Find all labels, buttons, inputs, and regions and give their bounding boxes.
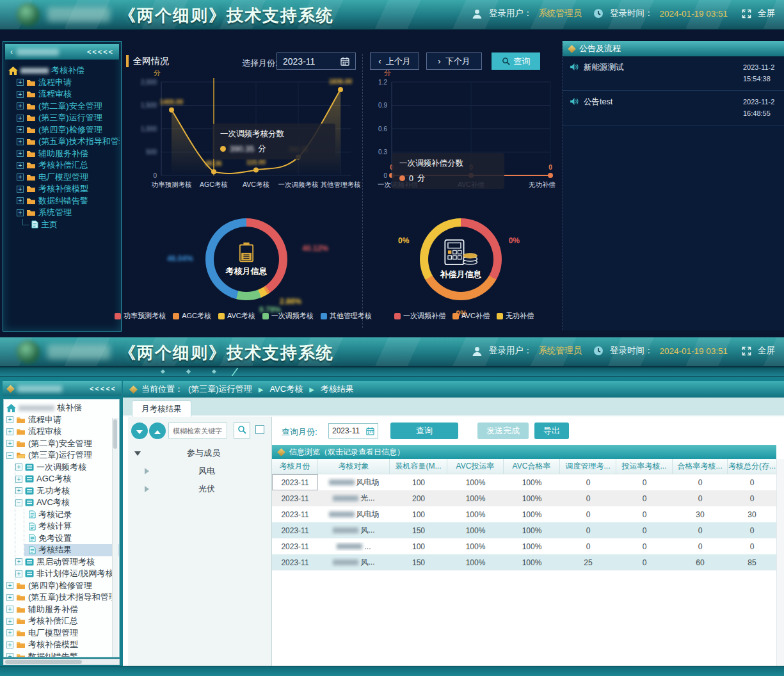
column-header[interactable]: 装机容量(M...	[390, 459, 447, 474]
table-row[interactable]: 2023-11风电场100100%100%0000	[272, 474, 776, 490]
next-month-button[interactable]: › 下个月	[426, 52, 482, 70]
member-tree-root[interactable]: 参与成员	[134, 447, 220, 459]
expand-toggle-icon[interactable]: −	[15, 499, 22, 506]
expand-toggle-icon[interactable]: +	[17, 150, 24, 157]
sidebar-item[interactable]: +非计划停运/脱网考核	[15, 568, 119, 580]
sidebar-item[interactable]: +(第四章)检修管理	[6, 580, 119, 592]
expand-toggle-icon[interactable]: +	[6, 416, 13, 423]
select-checkbox[interactable]	[255, 425, 264, 434]
fullscreen-button[interactable]: 全屏	[758, 345, 775, 357]
sidebar-item[interactable]: 考核结果	[24, 544, 119, 556]
expand-toggle-icon[interactable]: +	[15, 463, 22, 471]
sidebar-item[interactable]: +流程申请	[8, 77, 120, 89]
sidebar-item[interactable]: +考核补偿模型	[6, 639, 119, 651]
breadcrumb-item[interactable]: 考核结果	[321, 383, 354, 395]
sidebar-root-item[interactable]: 考核补偿	[8, 65, 120, 77]
member-tree-item-wind[interactable]: 风电	[143, 465, 215, 477]
sidebar-item[interactable]: +(第五章)技术指导和管理	[6, 592, 119, 604]
collapse-arrows[interactable]: <<<<<	[90, 385, 116, 392]
sidebar-item[interactable]: +(第三章)运行管理	[8, 112, 120, 124]
sidebar-item[interactable]: −AVC考核	[15, 497, 119, 509]
member-item-label[interactable]: 风电	[198, 465, 215, 477]
sidebar-item[interactable]: +(第五章)技术指导和管理	[8, 136, 120, 148]
search-button[interactable]	[234, 422, 250, 439]
sidebar-item[interactable]: +流程审核	[6, 426, 119, 438]
sidebar-item[interactable]: +AGC考核	[15, 473, 119, 485]
fuzzy-search-input[interactable]	[168, 422, 227, 439]
column-header[interactable]: 考核月份	[272, 459, 318, 474]
expand-toggle-icon[interactable]: +	[6, 440, 13, 447]
sidebar-item[interactable]: +系统管理	[8, 207, 120, 219]
expand-toggle-icon[interactable]: +	[17, 209, 24, 216]
query-button[interactable]: 查询	[390, 422, 458, 439]
column-header[interactable]: 投运率考核...	[616, 459, 673, 474]
sidebar-item[interactable]: +辅助服务补偿	[6, 604, 119, 616]
member-root-label[interactable]: 参与成员	[187, 447, 220, 459]
table-row[interactable]: 2023-11...100100%100%0000	[272, 538, 776, 554]
sidebar-item[interactable]: +电厂模型管理	[8, 172, 120, 184]
expand-toggle-icon[interactable]: +	[17, 186, 24, 193]
fullscreen-button[interactable]: 全屏	[758, 8, 775, 19]
sidebar-header[interactable]: <<<<<	[3, 381, 122, 396]
triangle-right-icon[interactable]	[145, 468, 152, 474]
expand-toggle-icon[interactable]: +	[17, 162, 24, 169]
sidebar-item[interactable]: +电厂模型管理	[6, 627, 119, 640]
expand-toggle-icon[interactable]: +	[17, 138, 24, 145]
sidebar-item[interactable]: +考核补偿汇总	[8, 159, 120, 172]
triangle-down-icon[interactable]	[134, 451, 141, 459]
collapse-arrows[interactable]: <<<<<	[87, 48, 114, 56]
breadcrumb-item[interactable]: (第三章)运行管理	[188, 383, 252, 395]
column-header[interactable]: 考核对象	[318, 459, 390, 474]
expand-toggle-icon[interactable]: +	[6, 641, 13, 648]
expand-toggle-icon[interactable]: +	[17, 115, 24, 122]
sidebar-item[interactable]: 免考设置	[24, 533, 119, 545]
sidebar-header[interactable]: ‹ <<<<<	[5, 44, 119, 60]
vertical-scrollbar[interactable]	[112, 418, 118, 657]
sidebar-item[interactable]: +黑启动管理考核	[15, 556, 119, 568]
column-header[interactable]: 合格率考核...	[673, 459, 728, 474]
legend-item[interactable]: 一次调频补偿	[394, 311, 445, 321]
triangle-right-icon[interactable]	[145, 486, 152, 492]
horizontal-scrollbar[interactable]	[3, 659, 120, 665]
sidebar-item[interactable]: +考核补偿汇总	[6, 615, 119, 627]
sidebar-item[interactable]: 考核记录	[24, 509, 119, 521]
fullscreen-icon[interactable]	[742, 9, 751, 19]
expand-toggle-icon[interactable]: +	[15, 570, 22, 577]
column-header[interactable]: 考核总分(存...	[728, 459, 776, 474]
sidebar-item[interactable]: 考核计算	[24, 520, 119, 533]
expand-toggle-icon[interactable]: +	[6, 606, 13, 613]
query-button[interactable]: 查询	[492, 52, 540, 70]
sidebar-item[interactable]: +辅助服务补偿	[8, 148, 120, 160]
sidebar-item[interactable]: +考核补偿模型	[8, 183, 120, 195]
sidebar-root-item[interactable]: 核补偿	[6, 402, 119, 414]
member-item-label[interactable]: 光伏	[198, 483, 215, 495]
send-complete-button[interactable]: 发送完成	[477, 422, 529, 439]
expand-toggle-icon[interactable]: +	[15, 558, 22, 565]
sidebar-item[interactable]: +流程审核	[8, 88, 120, 101]
expand-toggle-icon[interactable]: +	[17, 79, 24, 86]
legend-item[interactable]: 其他管理考核	[321, 311, 372, 321]
table-scroll-gutter[interactable]	[776, 459, 784, 666]
sidebar-item-home-page[interactable]: 主页	[8, 219, 120, 231]
legend-item[interactable]: AGC考核	[173, 311, 211, 321]
sidebar-item[interactable]: +一次调频考核	[15, 462, 119, 474]
expand-toggle-icon[interactable]: +	[17, 173, 24, 181]
expand-toggle-icon[interactable]: +	[6, 594, 13, 601]
month-picker[interactable]: 2023-11	[276, 52, 356, 70]
expand-toggle-icon[interactable]: +	[17, 126, 24, 133]
legend-item[interactable]: AVC补偿	[452, 311, 490, 321]
expand-toggle-icon[interactable]: +	[15, 476, 22, 483]
table-row[interactable]: 2023-11风...150100%100%0000	[272, 522, 776, 538]
sidebar-item[interactable]: +(第四章)检修管理	[8, 124, 120, 136]
query-month-picker[interactable]: 2023-11	[328, 423, 378, 439]
member-tree-item-solar[interactable]: 光伏	[143, 483, 215, 495]
sidebar-item[interactable]: +流程申请	[6, 414, 119, 426]
column-header[interactable]: AVC合格率	[504, 459, 560, 474]
legend-item[interactable]: 无功补偿	[497, 311, 534, 321]
expand-toggle-icon[interactable]: +	[17, 197, 24, 204]
sidebar-item[interactable]: +(第二章)安全管理	[6, 438, 119, 450]
table-row[interactable]: 2023-11风...150100%100%2506085	[272, 554, 776, 570]
sidebar-item[interactable]: +数据纠错告警	[6, 651, 119, 658]
expand-toggle-icon[interactable]: −	[6, 452, 13, 459]
prev-month-button[interactable]: ‹ 上个月	[370, 52, 419, 70]
